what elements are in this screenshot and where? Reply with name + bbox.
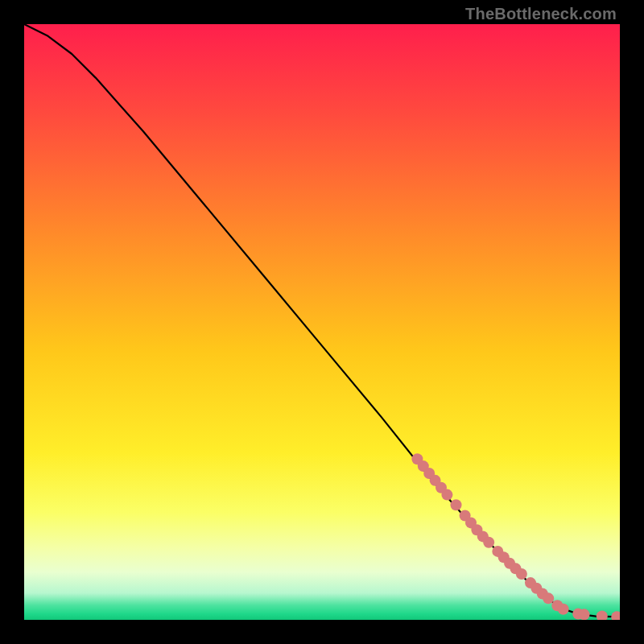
- curve-marker: [441, 489, 452, 501]
- curve-line: [24, 24, 620, 617]
- curve-marker: [451, 499, 462, 510]
- curve-layer: [24, 24, 620, 620]
- curve-markers: [411, 453, 620, 620]
- curve-marker: [483, 537, 494, 548]
- curve-marker: [543, 592, 554, 604]
- curve-marker: [516, 568, 527, 580]
- curve-marker: [558, 604, 569, 615]
- plot-area: [24, 24, 620, 620]
- curve-marker: [597, 611, 608, 620]
- curve-marker: [579, 609, 590, 620]
- curve-marker: [611, 611, 620, 620]
- watermark-text: TheBottleneck.com: [465, 5, 617, 23]
- chart-stage: TheBottleneck.com: [0, 0, 644, 644]
